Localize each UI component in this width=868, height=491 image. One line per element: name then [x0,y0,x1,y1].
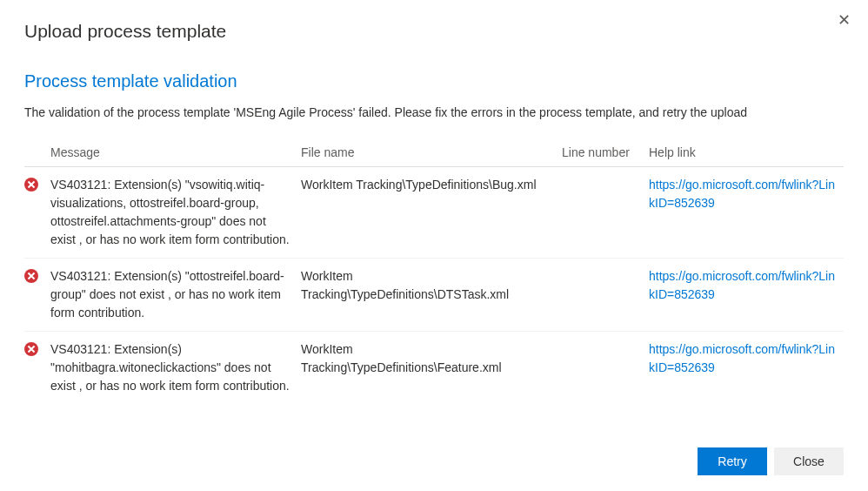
validation-description: The validation of the process template '… [24,105,844,119]
col-message-header: Message [50,145,301,159]
dialog-header: Upload process template ✕ [0,0,868,49]
help-link[interactable]: https://go.microsoft.com/fwlink?LinkID=8… [649,178,835,210]
cell-message: VS403121: Extension(s) "mohitbagra.witon… [50,340,301,395]
close-button[interactable]: Close [774,447,844,475]
retry-button[interactable]: Retry [698,447,767,475]
error-icon [24,178,38,192]
dialog-footer: Retry Close [0,432,868,491]
col-filename-header: File name [301,145,562,159]
table-header: Message File name Line number Help link [24,138,844,167]
section-title: Process template validation [24,71,844,91]
cell-filename: WorkItem Tracking\TypeDefinitions\DTSTas… [301,267,562,304]
cell-filename: WorkItem Tracking\TypeDefinitions\Featur… [301,340,562,377]
close-icon[interactable]: ✕ [834,10,854,30]
errors-table: Message File name Line number Help link … [24,138,844,404]
help-link[interactable]: https://go.microsoft.com/fwlink?LinkID=8… [649,342,835,374]
dialog-title: Upload process template [24,21,226,42]
help-link[interactable]: https://go.microsoft.com/fwlink?LinkID=8… [649,269,835,301]
cell-message: VS403121: Extension(s) "vsowitiq.witiq-v… [50,176,301,249]
col-line-header: Line number [562,145,649,159]
col-help-header: Help link [649,145,844,159]
table-row: VS403121: Extension(s) "vsowitiq.witiq-v… [24,167,844,259]
error-icon [24,342,38,356]
content-scroll-area[interactable]: Process template validation The validati… [0,61,868,421]
error-icon [24,269,38,283]
table-row: VS403121: Extension(s) "mohitbagra.witon… [24,332,844,404]
table-row: VS403121: Extension(s) "ottostreifel.boa… [24,259,844,332]
cell-filename: WorkItem Tracking\TypeDefinitions\Bug.xm… [301,176,562,194]
cell-message: VS403121: Extension(s) "ottostreifel.boa… [50,267,301,322]
